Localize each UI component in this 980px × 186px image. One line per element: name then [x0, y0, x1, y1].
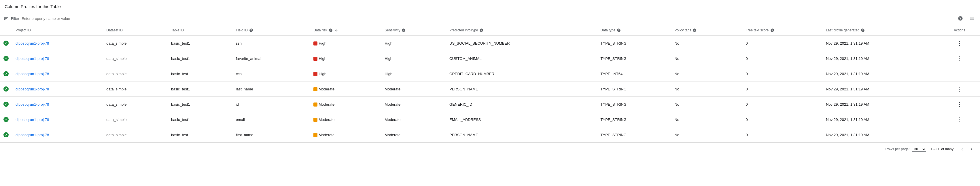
- rows-per-page-select[interactable]: 30 10 20 50 100: [912, 147, 926, 152]
- cell-freetext: 0: [742, 36, 823, 51]
- table-row: dlppsbqrun1-proj-78data_simplebasic_test…: [0, 97, 980, 112]
- risk-help-icon[interactable]: [328, 28, 333, 33]
- cell-project: dlppsbqrun1-proj-78: [12, 112, 103, 127]
- row-actions-button[interactable]: ⋮: [955, 100, 965, 109]
- cell-field: first_name: [232, 127, 310, 143]
- row-actions-button[interactable]: ⋮: [955, 115, 965, 124]
- cell-datatype: TYPE_INT64: [597, 66, 671, 81]
- cell-datatype: TYPE_STRING: [597, 97, 671, 112]
- cell-freetext: 0: [742, 51, 823, 66]
- freetext-help-icon[interactable]: [770, 28, 775, 33]
- cell-policy: No: [671, 97, 742, 112]
- table-container: Project ID Dataset ID Table ID Field ID: [0, 25, 980, 143]
- risk-label: High: [318, 41, 326, 46]
- th-dataset: Dataset ID: [103, 25, 168, 36]
- risk-sort-icon[interactable]: [334, 28, 338, 32]
- table-row: dlppsbqrun1-proj-78data_simplebasic_test…: [0, 81, 980, 97]
- cell-field: email: [232, 112, 310, 127]
- th-status: [0, 25, 12, 36]
- filter-actions: [956, 14, 977, 23]
- filter-icon[interactable]: [3, 16, 9, 21]
- help-button[interactable]: [956, 14, 965, 23]
- project-link[interactable]: dlppsbqrun1-proj-78: [16, 133, 49, 137]
- risk-badge: !!High: [313, 56, 326, 61]
- cell-sensitivity: Moderate: [381, 127, 446, 143]
- columns-button[interactable]: [967, 14, 977, 23]
- status-icon: [3, 56, 9, 61]
- cell-dataset: data_simple: [103, 112, 168, 127]
- project-link[interactable]: dlppsbqrun1-proj-78: [16, 41, 49, 46]
- project-link[interactable]: dlppsbqrun1-proj-78: [16, 118, 49, 122]
- risk-label: Moderate: [318, 87, 334, 91]
- project-link[interactable]: dlppsbqrun1-proj-78: [16, 102, 49, 107]
- cell-project: dlppsbqrun1-proj-78: [12, 36, 103, 51]
- cell-table: basic_test1: [168, 81, 232, 97]
- row-actions-button[interactable]: ⋮: [955, 38, 965, 48]
- cell-risk: !!High: [310, 66, 381, 81]
- risk-badge: !!High: [313, 41, 326, 46]
- row-actions-button[interactable]: ⋮: [955, 84, 965, 94]
- predicted-help-icon[interactable]: [479, 28, 484, 33]
- cell-status: [0, 127, 12, 143]
- th-table: Table ID: [168, 25, 232, 36]
- table-row: dlppsbqrun1-proj-78data_simplebasic_test…: [0, 127, 980, 143]
- filter-bar: Filter: [0, 12, 980, 25]
- th-sensitivity: Sensitivity: [381, 25, 446, 36]
- cell-dataset: data_simple: [103, 36, 168, 51]
- row-actions-button[interactable]: ⋮: [955, 54, 965, 63]
- rows-per-page: Rows per page: 30 10 20 50 100: [886, 147, 926, 152]
- table-row: dlppsbqrun1-proj-78data_simplebasic_test…: [0, 51, 980, 66]
- data-table: Project ID Dataset ID Table ID Field ID: [0, 25, 980, 143]
- project-link[interactable]: dlppsbqrun1-proj-78: [16, 56, 49, 61]
- prev-page-button[interactable]: [958, 145, 966, 153]
- cell-table: basic_test1: [168, 66, 232, 81]
- th-datatype: Data type: [597, 25, 671, 36]
- status-icon: [3, 41, 9, 46]
- risk-label: High: [318, 72, 326, 76]
- filter-input[interactable]: [22, 16, 953, 21]
- risk-badge: !!Moderate: [313, 118, 334, 122]
- risk-label: Moderate: [318, 118, 334, 122]
- cell-risk: !!Moderate: [310, 112, 381, 127]
- lastprofile-help-icon[interactable]: [861, 28, 865, 33]
- cell-predicted: GENERIC_ID: [446, 97, 597, 112]
- next-page-button[interactable]: [967, 145, 975, 153]
- cell-predicted: PERSON_NAME: [446, 127, 597, 143]
- row-actions-button[interactable]: ⋮: [955, 69, 965, 78]
- cell-field: id: [232, 97, 310, 112]
- cell-lastprofile: Nov 29, 2021, 1:31:19 AM: [822, 97, 939, 112]
- filter-label: Filter: [11, 16, 19, 21]
- row-actions-button[interactable]: ⋮: [955, 130, 965, 139]
- project-link[interactable]: dlppsbqrun1-proj-78: [16, 87, 49, 91]
- cell-table: basic_test1: [168, 36, 232, 51]
- cell-status: [0, 66, 12, 81]
- cell-sensitivity: Moderate: [381, 112, 446, 127]
- status-icon: [3, 86, 9, 92]
- cell-sensitivity: High: [381, 36, 446, 51]
- datatype-help-icon[interactable]: [616, 28, 621, 33]
- th-lastprofile: Last profile generated: [822, 25, 939, 36]
- cell-table: basic_test1: [168, 97, 232, 112]
- cell-risk: !!High: [310, 51, 381, 66]
- th-risk: Data risk: [310, 25, 381, 36]
- project-link[interactable]: dlppsbqrun1-proj-78: [16, 72, 49, 76]
- status-icon: [3, 102, 9, 107]
- cell-policy: No: [671, 112, 742, 127]
- page-title: Column Profiles for this Table: [0, 0, 980, 12]
- risk-dot: !!: [313, 102, 317, 107]
- cell-table: basic_test1: [168, 112, 232, 127]
- cell-field: ssn: [232, 36, 310, 51]
- risk-badge: !!High: [313, 72, 326, 76]
- cell-lastprofile: Nov 29, 2021, 1:31:19 AM: [822, 51, 939, 66]
- risk-label: Moderate: [318, 133, 334, 137]
- cell-datatype: TYPE_STRING: [597, 81, 671, 97]
- cell-field: favorite_animal: [232, 51, 310, 66]
- field-help-icon[interactable]: [249, 28, 253, 33]
- cell-sensitivity: High: [381, 51, 446, 66]
- risk-dot: !!: [313, 133, 317, 137]
- policy-help-icon[interactable]: [692, 28, 697, 33]
- sensitivity-help-icon[interactable]: [401, 28, 406, 33]
- cell-actions: ⋮: [939, 51, 980, 66]
- cell-project: dlppsbqrun1-proj-78: [12, 97, 103, 112]
- cell-status: [0, 36, 12, 51]
